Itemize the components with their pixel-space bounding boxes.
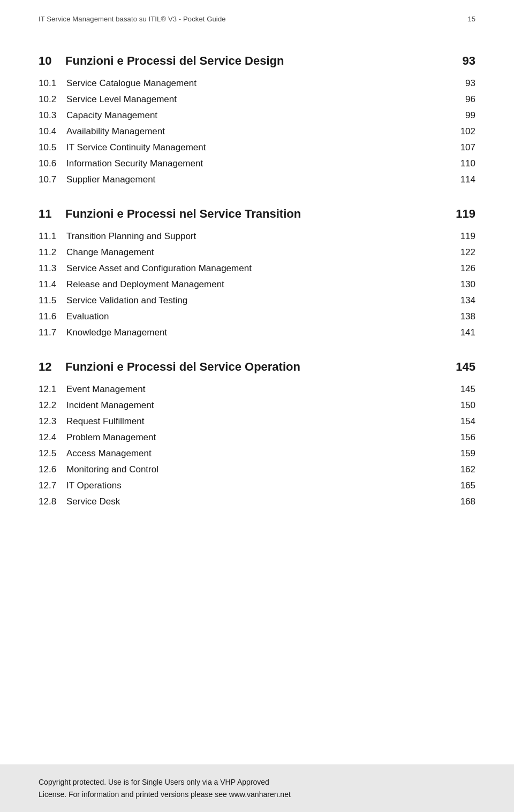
page-header: IT Service Management basato su ITIL® V3… <box>0 0 514 33</box>
toc-page-12-4: 156 <box>449 432 475 443</box>
toc-number-12-3: 12.3 <box>39 416 66 427</box>
toc-page-11-4: 130 <box>449 279 475 290</box>
toc-label-12-2: Incident Management <box>66 400 449 411</box>
toc-label-10-3: Capacity Management <box>66 110 449 121</box>
toc-number-12-8: 12.8 <box>39 496 66 507</box>
toc-item-11-6: 11.6 Evaluation 138 <box>39 309 475 325</box>
section-11-page: 119 <box>449 207 475 221</box>
toc-item-11-7: 11.7 Knowledge Management 141 <box>39 325 475 341</box>
section-10-items: 10.1 Service Catalogue Management 93 10.… <box>39 75 475 188</box>
section-11-header: 11 Funzioni e Processi nel Service Trans… <box>39 207 475 221</box>
toc-label-10-6: Information Security Management <box>66 158 449 169</box>
toc-page-12-5: 159 <box>449 448 475 459</box>
toc-number-11-7: 11.7 <box>39 327 66 338</box>
section-11: 11 Funzioni e Processi nel Service Trans… <box>39 207 475 341</box>
section-12-title: Funzioni e Processi del Service Operatio… <box>65 360 449 374</box>
toc-page-11-6: 138 <box>449 311 475 322</box>
toc-page-11-5: 134 <box>449 295 475 306</box>
section-12-header: 12 Funzioni e Processi del Service Opera… <box>39 360 475 374</box>
toc-number-11-3: 11.3 <box>39 263 66 274</box>
toc-number-12-1: 12.1 <box>39 384 66 395</box>
toc-item-11-3: 11.3 Service Asset and Configuration Man… <box>39 261 475 277</box>
footer-line1: Copyright protected. Use is for Single U… <box>39 778 269 786</box>
toc-page-10-1: 93 <box>449 78 475 89</box>
toc-item-11-1: 11.1 Transition Planning and Support 119 <box>39 228 475 244</box>
toc-item-11-5: 11.5 Service Validation and Testing 134 <box>39 293 475 309</box>
toc-number-10-7: 10.7 <box>39 174 66 185</box>
toc-page-10-7: 114 <box>449 174 475 185</box>
toc-label-12-7: IT Operations <box>66 480 449 491</box>
toc-label-12-6: Monitoring and Control <box>66 464 449 475</box>
toc-page-12-1: 145 <box>449 384 475 395</box>
toc-item-10-1: 10.1 Service Catalogue Management 93 <box>39 75 475 91</box>
toc-item-10-7: 10.7 Supplier Management 114 <box>39 172 475 188</box>
toc-page-10-3: 99 <box>449 110 475 121</box>
toc-number-11-6: 11.6 <box>39 311 66 322</box>
toc-page-12-2: 150 <box>449 400 475 411</box>
header-title: IT Service Management basato su ITIL® V3… <box>39 15 226 23</box>
toc-page-10-5: 107 <box>449 142 475 153</box>
section-11-number: 11 <box>39 207 56 221</box>
toc-number-11-2: 11.2 <box>39 247 66 258</box>
toc-item-10-5: 10.5 IT Service Continuity Management 10… <box>39 140 475 156</box>
toc-page-10-4: 102 <box>449 126 475 137</box>
toc-label-10-4: Availability Management <box>66 126 449 137</box>
page-footer: Copyright protected. Use is for Single U… <box>0 764 514 812</box>
toc-item-12-2: 12.2 Incident Management 150 <box>39 397 475 413</box>
section-12: 12 Funzioni e Processi del Service Opera… <box>39 360 475 510</box>
toc-number-11-4: 11.4 <box>39 279 66 290</box>
toc-page-12-6: 162 <box>449 464 475 475</box>
toc-page-10-2: 96 <box>449 94 475 105</box>
toc-number-10-6: 10.6 <box>39 158 66 169</box>
section-11-title: Funzioni e Processi nel Service Transiti… <box>65 207 449 221</box>
section-10-header: 10 Funzioni e Processi del Service Desig… <box>39 54 475 68</box>
section-11-items: 11.1 Transition Planning and Support 119… <box>39 228 475 341</box>
section-10-number: 10 <box>39 54 56 68</box>
toc-item-10-6: 10.6 Information Security Management 110 <box>39 156 475 172</box>
toc-page-12-8: 168 <box>449 496 475 507</box>
toc-label-12-3: Request Fulfillment <box>66 416 449 427</box>
toc-number-10-2: 10.2 <box>39 94 66 105</box>
toc-page-12-3: 154 <box>449 416 475 427</box>
toc-number-12-2: 12.2 <box>39 400 66 411</box>
toc-label-11-4: Release and Deployment Management <box>66 279 449 290</box>
toc-number-12-5: 12.5 <box>39 448 66 459</box>
toc-number-10-3: 10.3 <box>39 110 66 121</box>
toc-label-11-5: Service Validation and Testing <box>66 295 449 306</box>
section-12-page: 145 <box>449 360 475 374</box>
toc-page-11-3: 126 <box>449 263 475 274</box>
toc-label-12-1: Event Management <box>66 384 449 395</box>
toc-number-10-1: 10.1 <box>39 78 66 89</box>
page-content: 10 Funzioni e Processi del Service Desig… <box>0 33 514 545</box>
toc-item-10-4: 10.4 Availability Management 102 <box>39 124 475 140</box>
toc-number-10-5: 10.5 <box>39 142 66 153</box>
section-10: 10 Funzioni e Processi del Service Desig… <box>39 54 475 188</box>
section-12-number: 12 <box>39 360 56 374</box>
toc-item-10-2: 10.2 Service Level Management 96 <box>39 91 475 108</box>
toc-label-10-1: Service Catalogue Management <box>66 78 449 89</box>
toc-item-12-1: 12.1 Event Management 145 <box>39 381 475 397</box>
toc-item-12-6: 12.6 Monitoring and Control 162 <box>39 462 475 478</box>
toc-item-12-8: 12.8 Service Desk 168 <box>39 494 475 510</box>
toc-number-11-1: 11.1 <box>39 231 66 242</box>
toc-item-12-5: 12.5 Access Management 159 <box>39 446 475 462</box>
toc-label-12-8: Service Desk <box>66 496 449 507</box>
toc-label-11-1: Transition Planning and Support <box>66 231 449 242</box>
toc-item-10-3: 10.3 Capacity Management 99 <box>39 108 475 124</box>
toc-number-12-7: 12.7 <box>39 480 66 491</box>
section-10-title: Funzioni e Processi del Service Design <box>65 54 449 68</box>
toc-page-12-7: 165 <box>449 480 475 491</box>
toc-item-12-7: 12.7 IT Operations 165 <box>39 478 475 494</box>
toc-number-11-5: 11.5 <box>39 295 66 306</box>
toc-item-12-3: 12.3 Request Fulfillment 154 <box>39 413 475 430</box>
toc-label-10-7: Supplier Management <box>66 174 449 185</box>
toc-label-11-7: Knowledge Management <box>66 327 449 338</box>
section-10-page: 93 <box>449 54 475 68</box>
toc-item-11-4: 11.4 Release and Deployment Management 1… <box>39 277 475 293</box>
toc-item-11-2: 11.2 Change Management 122 <box>39 244 475 261</box>
toc-label-12-4: Problem Management <box>66 432 449 443</box>
toc-label-12-5: Access Management <box>66 448 449 459</box>
toc-number-12-6: 12.6 <box>39 464 66 475</box>
footer-line2: License. For information and printed ver… <box>39 790 291 799</box>
toc-number-10-4: 10.4 <box>39 126 66 137</box>
